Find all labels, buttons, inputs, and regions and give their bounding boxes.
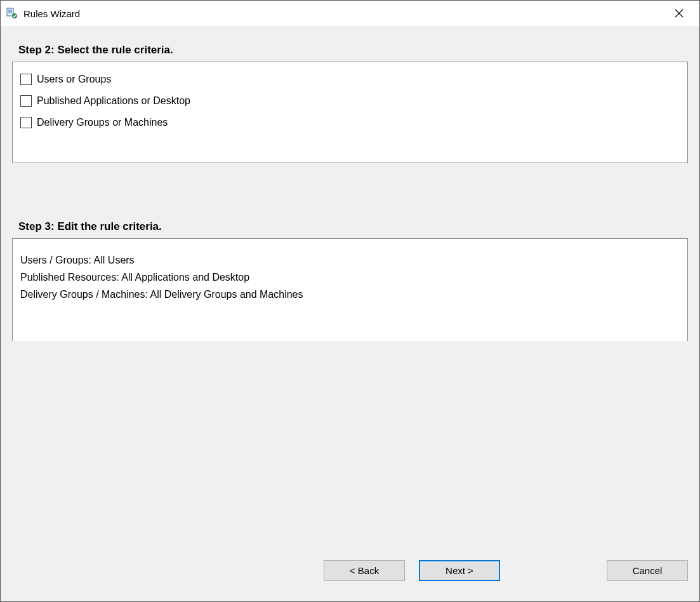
button-bar: < Back Next > Cancel bbox=[1, 560, 699, 581]
step2-panel: Users or Groups Published Applications o… bbox=[12, 62, 688, 163]
next-button[interactable]: Next > bbox=[419, 560, 500, 581]
criteria-row-users-groups[interactable]: Users or Groups bbox=[19, 69, 681, 90]
summary-published-resources[interactable]: Published Resources: All Applications an… bbox=[20, 269, 680, 286]
content-area: Step 2: Select the rule criteria. Users … bbox=[1, 26, 699, 601]
step2-heading: Step 2: Select the rule criteria. bbox=[12, 44, 688, 57]
criteria-label: Published Applications or Desktop bbox=[37, 95, 190, 107]
titlebar: Rules Wizard bbox=[1, 1, 699, 26]
summary-users-groups[interactable]: Users / Groups: All Users bbox=[20, 251, 680, 269]
summary-delivery-groups[interactable]: Delivery Groups / Machines: All Delivery… bbox=[20, 286, 680, 303]
criteria-label: Delivery Groups or Machines bbox=[37, 117, 168, 128]
close-icon bbox=[675, 9, 683, 18]
step3-panel: Users / Groups: All Users Published Reso… bbox=[12, 238, 688, 341]
step3-heading: Step 3: Edit the rule criteria. bbox=[12, 220, 688, 233]
close-button[interactable] bbox=[666, 1, 692, 26]
window-title: Rules Wizard bbox=[23, 8, 80, 19]
criteria-row-published-apps[interactable]: Published Applications or Desktop bbox=[19, 90, 681, 112]
checkbox-users-groups[interactable] bbox=[20, 74, 32, 85]
svg-point-4 bbox=[12, 13, 17, 18]
rules-wizard-icon bbox=[6, 7, 18, 20]
criteria-label: Users or Groups bbox=[37, 74, 111, 85]
cancel-button[interactable]: Cancel bbox=[607, 560, 688, 581]
criteria-row-delivery-groups[interactable]: Delivery Groups or Machines bbox=[19, 112, 681, 133]
checkbox-delivery-groups[interactable] bbox=[20, 117, 32, 128]
titlebar-left: Rules Wizard bbox=[6, 7, 80, 20]
checkbox-published-apps[interactable] bbox=[20, 95, 32, 107]
back-button[interactable]: < Back bbox=[324, 560, 405, 581]
